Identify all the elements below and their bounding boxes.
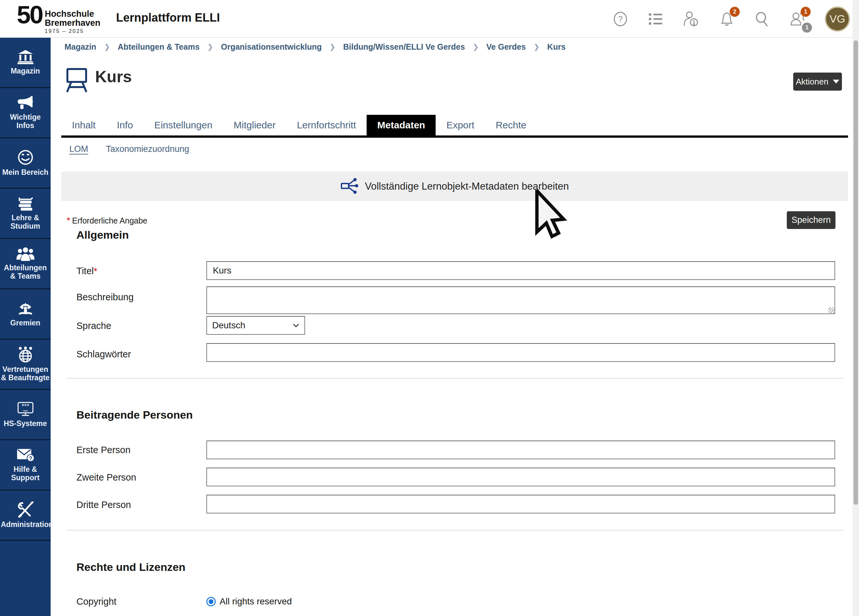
svg-text:?: ? <box>29 455 32 461</box>
contacts-badge-bottom: 1 <box>802 23 812 33</box>
tab-metadaten[interactable]: Metadaten <box>367 115 436 136</box>
contacts-icon[interactable]: 1 1 <box>789 11 806 27</box>
subtab-lom[interactable]: LOM <box>69 144 88 154</box>
tab-rechte[interactable]: Rechte <box>485 115 537 136</box>
section-heading-beitragende: Beitragende Personen <box>77 409 193 421</box>
avatar[interactable]: VG <box>825 6 850 31</box>
save-button[interactable]: Speichern <box>787 211 836 229</box>
tab-export[interactable]: Export <box>436 115 485 136</box>
tab-bar: Inhalt Info Einstellungen Mitglieder Ler… <box>61 115 537 136</box>
textarea-resize-handle[interactable] <box>828 307 834 313</box>
logo-line1: Hochschule <box>45 10 101 19</box>
chevron-right-icon: ❯ <box>330 43 335 51</box>
dritte-person-input[interactable] <box>206 495 835 513</box>
beschreibung-label: Beschreibung <box>77 292 133 303</box>
sidebar-item-mein-bereich[interactable]: Mein Bereich <box>0 138 51 189</box>
person-alert-icon[interactable] <box>683 11 700 27</box>
required-star: * <box>67 216 70 225</box>
actions-button[interactable]: Aktionen <box>793 73 842 91</box>
mail-question-icon: ? <box>16 448 34 463</box>
vertical-scrollbar[interactable] <box>853 0 859 616</box>
app-window: 50 Hochschule Bremerhaven 1975 – 2025 Le… <box>0 0 859 616</box>
breadcrumb-ve-gerdes[interactable]: Ve Gerdes <box>486 42 526 52</box>
people-group-icon <box>16 247 34 261</box>
tab-inhalt[interactable]: Inhalt <box>61 115 106 136</box>
tab-lernfortschritt[interactable]: Lernfortschritt <box>286 115 367 136</box>
subtab-taxonomiezuordnung[interactable]: Taxonomiezuordnung <box>106 144 189 154</box>
breadcrumb-organisationsentwicklung[interactable]: Organisationsentwicklung <box>221 42 322 52</box>
breadcrumb-abteilungen-teams[interactable]: Abteilungen & Teams <box>118 42 200 52</box>
main-content: Magazin ❯ Abteilungen & Teams ❯ Organisa… <box>51 38 853 616</box>
zweite-person-label: Zweite Person <box>77 472 136 483</box>
chevron-right-icon: ❯ <box>207 43 213 51</box>
sprache-label: Sprache <box>77 321 111 331</box>
sidebar-item-vertretungen[interactable]: Vertretungen & Beauftragte <box>0 339 51 390</box>
breadcrumb-bildung-wissen[interactable]: Bildung/Wissen/ELLI Ve Gerdes <box>343 42 465 52</box>
list-icon[interactable] <box>648 11 664 27</box>
sidebar-item-administration[interactable]: Administration <box>0 491 51 541</box>
bell-badge: 2 <box>730 7 740 17</box>
edit-full-metadata-label: Vollständige Lernobjekt-Metadaten bearbe… <box>365 181 569 192</box>
breadcrumb-kurs[interactable]: Kurs <box>547 42 565 52</box>
titel-required-star: * <box>94 266 97 276</box>
sidebar-item-abteilungen-teams[interactable]: Abteilungen & Teams <box>0 239 51 289</box>
copyright-option-label: All rights reserved <box>220 596 292 607</box>
sidebar-item-label: Hilfe & Support <box>1 465 50 482</box>
app-title: Lernplattform ELLI <box>116 11 220 25</box>
beschreibung-textarea[interactable] <box>206 286 835 314</box>
chevron-down-icon <box>293 323 299 328</box>
zweite-person-input[interactable] <box>206 467 835 486</box>
sidebar-item-lehre-studium[interactable]: Lehre & Studium <box>0 189 51 239</box>
section-divider <box>67 378 843 378</box>
sidebar-item-label: Mein Bereich <box>2 168 48 177</box>
edit-full-metadata-banner[interactable]: Vollständige Lernobjekt-Metadaten bearbe… <box>61 172 848 201</box>
sidebar-item-hs-systeme[interactable]: *** HS-Systeme <box>0 390 51 440</box>
sidebar-item-label: Abteilungen & Teams <box>1 264 50 281</box>
main-sidebar: Magazin Wichtige Infos Mein Bereich <box>0 38 51 616</box>
section-divider <box>67 530 843 530</box>
sidebar-item-wichtige-infos[interactable]: Wichtige Infos <box>0 88 51 138</box>
tab-einstellungen[interactable]: Einstellungen <box>144 115 223 136</box>
smiley-icon <box>17 149 34 166</box>
chevron-right-icon: ❯ <box>104 43 110 51</box>
sidebar-item-label: Vertretungen & Beauftragte <box>1 366 50 382</box>
section-heading-allgemein: Allgemein <box>77 229 129 241</box>
schlagwoerter-input[interactable] <box>206 343 835 362</box>
logo-line2: Bremerhaven <box>45 19 101 28</box>
svg-text:***: *** <box>22 402 29 410</box>
copyright-radio[interactable] <box>206 597 216 606</box>
monitor-password-icon: *** <box>17 401 34 417</box>
committee-icon <box>17 300 34 316</box>
contacts-badge-top: 1 <box>801 7 811 17</box>
sprache-selected-value: Deutsch <box>212 320 245 331</box>
titel-label-text: Titel <box>77 266 94 276</box>
tab-info[interactable]: Info <box>106 115 144 136</box>
megaphone-icon <box>17 95 34 110</box>
schlagwoerter-label: Schlagwörter <box>77 349 131 360</box>
sidebar-item-label: Gremien <box>10 319 40 327</box>
search-icon[interactable] <box>754 11 771 27</box>
sidebar-item-magazin[interactable]: Magazin <box>0 38 51 88</box>
sidebar-item-label: HS-Systeme <box>3 420 47 428</box>
sidebar-item-hilfe-support[interactable]: ? Hilfe & Support <box>0 440 51 491</box>
section-heading-rechte: Rechte und Lizenzen <box>77 561 186 574</box>
sprache-select[interactable]: Deutsch <box>206 316 305 335</box>
tab-mitglieder[interactable]: Mitglieder <box>223 115 286 136</box>
scrollbar-thumb[interactable] <box>854 40 858 505</box>
breadcrumb: Magazin ❯ Abteilungen & Teams ❯ Organisa… <box>64 42 565 52</box>
svg-text:?: ? <box>618 14 623 24</box>
bell-icon[interactable]: 2 <box>718 11 735 27</box>
subtab-bar: LOM Taxonomiezuordnung <box>69 144 189 154</box>
sidebar-item-label: Administration <box>1 521 50 529</box>
erste-person-input[interactable] <box>206 441 835 459</box>
sidebar-item-gremien[interactable]: Gremien <box>0 289 51 339</box>
books-icon <box>17 196 34 211</box>
breadcrumb-magazin[interactable]: Magazin <box>64 42 97 52</box>
globe-people-icon <box>17 346 34 363</box>
titel-input[interactable] <box>206 261 835 280</box>
help-icon[interactable]: ? <box>612 11 629 27</box>
sidebar-item-label: Lehre & Studium <box>1 214 50 231</box>
bank-icon <box>17 49 34 64</box>
sidebar-item-label: Magazin <box>11 67 40 75</box>
logo-years: 1975 – 2025 <box>45 28 101 34</box>
